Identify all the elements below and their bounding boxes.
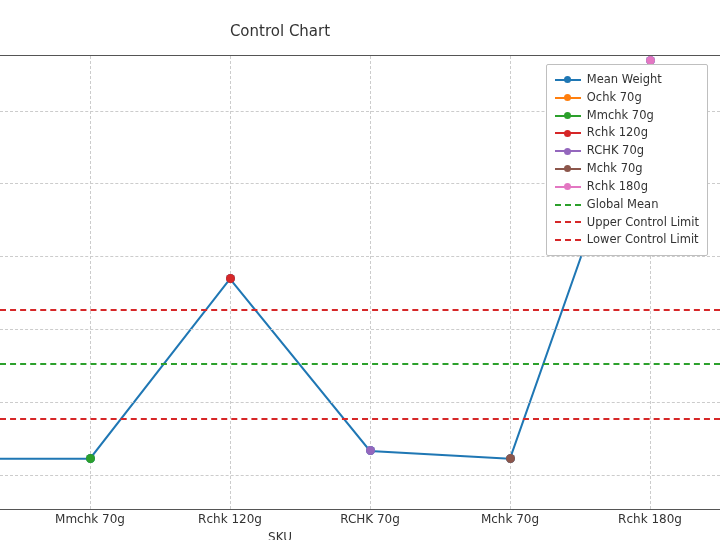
grid-horizontal — [0, 256, 720, 257]
legend-label: Mean Weight — [587, 71, 662, 89]
legend-swatch — [555, 111, 581, 121]
x-tick-label: Mmchk 70g — [55, 512, 125, 526]
legend-swatch — [555, 146, 581, 156]
highlight-marker — [506, 454, 515, 463]
lower-control-limit-line — [0, 418, 720, 420]
highlight-marker — [86, 454, 95, 463]
grid-horizontal — [0, 329, 720, 330]
legend-swatch — [555, 93, 581, 103]
legend-label: Rchk 180g — [587, 178, 648, 196]
legend-label: Global Mean — [587, 196, 659, 214]
x-tick-labels: Mmchk 70gRchk 120gRCHK 70gMchk 70gRchk 1… — [0, 512, 720, 528]
legend-row: Ochk 70g — [555, 89, 699, 107]
legend-label: Mchk 70g — [587, 160, 643, 178]
legend-row: Lower Control Limit — [555, 231, 699, 249]
legend-row: Mmchk 70g — [555, 107, 699, 125]
x-tick-label: Mchk 70g — [481, 512, 539, 526]
grid-horizontal — [0, 402, 720, 403]
x-tick-label: Rchk 180g — [618, 512, 682, 526]
highlight-marker — [226, 274, 235, 283]
legend-label: Mmchk 70g — [587, 107, 654, 125]
control-chart: Control Chart Mmchk 70gRchk 120gRCHK 70g… — [0, 0, 720, 540]
legend-label: Upper Control Limit — [587, 214, 699, 232]
x-axis-label: SKU — [0, 530, 560, 540]
global-mean-line — [0, 363, 720, 365]
legend-swatch — [555, 200, 581, 210]
legend-label: Lower Control Limit — [587, 231, 699, 249]
legend: Mean WeightOchk 70gMmchk 70gRchk 120gRCH… — [546, 64, 708, 256]
grid-vertical — [370, 56, 371, 509]
legend-swatch — [555, 164, 581, 174]
legend-swatch — [555, 235, 581, 245]
legend-row: Rchk 120g — [555, 124, 699, 142]
legend-swatch — [555, 182, 581, 192]
legend-row: RCHK 70g — [555, 142, 699, 160]
chart-title: Control Chart — [0, 22, 560, 40]
legend-label: Ochk 70g — [587, 89, 642, 107]
legend-row: Mchk 70g — [555, 160, 699, 178]
highlight-marker — [366, 446, 375, 455]
legend-row: Mean Weight — [555, 71, 699, 89]
grid-vertical — [90, 56, 91, 509]
grid-horizontal — [0, 475, 720, 476]
legend-swatch — [555, 75, 581, 85]
legend-row: Rchk 180g — [555, 178, 699, 196]
grid-vertical — [510, 56, 511, 509]
x-tick-label: RCHK 70g — [340, 512, 400, 526]
legend-row: Upper Control Limit — [555, 214, 699, 232]
legend-label: Rchk 120g — [587, 124, 648, 142]
upper-control-limit-line — [0, 309, 720, 311]
legend-row: Global Mean — [555, 196, 699, 214]
legend-swatch — [555, 217, 581, 227]
legend-label: RCHK 70g — [587, 142, 644, 160]
legend-swatch — [555, 128, 581, 138]
x-tick-label: Rchk 120g — [198, 512, 262, 526]
